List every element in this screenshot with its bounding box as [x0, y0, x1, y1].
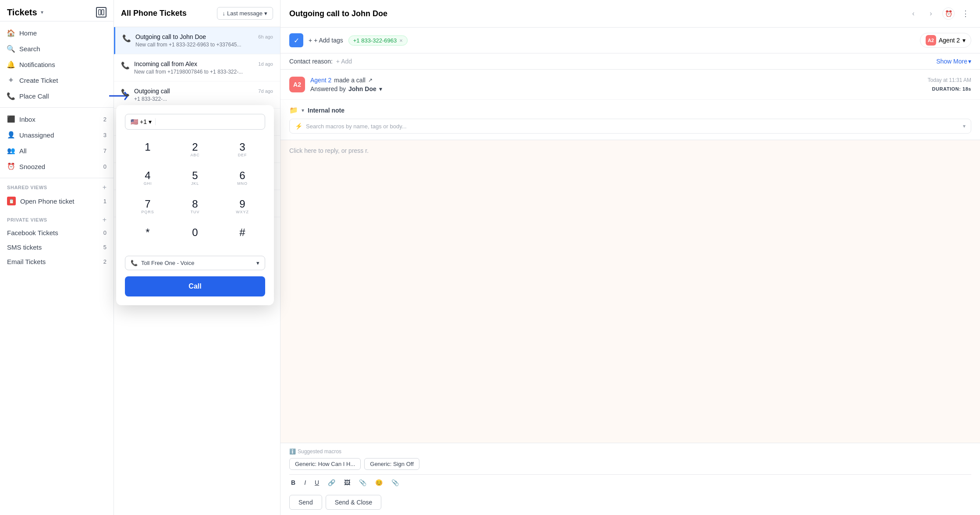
italic-button[interactable]: I	[302, 478, 308, 487]
dial-key-6[interactable]: 6MNO	[220, 165, 265, 192]
sidebar-item-notifications-label: Notifications	[19, 61, 55, 68]
private-views-add-button[interactable]: +	[103, 216, 107, 224]
ticket-item-1[interactable]: 📞 Outgoing call to John Doe New call fro…	[114, 27, 280, 54]
sidebar-counts: ⬛ Inbox 2 👤 Unassigned 3 👥 All 7 ⏰ Snooz…	[0, 108, 114, 178]
ticket-item-sub-1: New call from +1 833-322-6963 to +337645…	[135, 42, 254, 48]
bell-icon: 🔔	[7, 60, 15, 68]
snooze-button[interactable]: ⏰	[942, 7, 955, 20]
send-close-button[interactable]: Send & Close	[326, 495, 382, 510]
show-more-label: Show More	[936, 58, 967, 65]
agent-avatar: A2	[926, 35, 936, 46]
note-chevron-icon[interactable]: ▾	[302, 107, 304, 113]
answered-chevron-icon[interactable]: ▾	[379, 85, 382, 92]
answered-by-name[interactable]: John Doe	[348, 85, 376, 92]
call-agent-name[interactable]: Agent 2	[310, 77, 331, 84]
sort-label: Last message	[227, 10, 263, 17]
layout-toggle-button[interactable]	[96, 7, 107, 18]
flag-icon: 🇺🇸	[131, 118, 138, 125]
sidebar-item-home[interactable]: 🏠 Home	[0, 25, 114, 41]
sms-count: 5	[103, 244, 107, 250]
sidebar-title-arrow-icon[interactable]: ▾	[41, 9, 43, 15]
attachment-button[interactable]: 📎	[390, 478, 401, 487]
prev-ticket-button[interactable]: ‹	[907, 7, 920, 20]
sidebar-item-create-ticket[interactable]: + Create Ticket	[0, 72, 114, 88]
dial-letters-9: WXYZ	[236, 210, 249, 215]
dial-key-5[interactable]: 5JKL	[172, 165, 218, 192]
sidebar-item-sms[interactable]: SMS tickets 5	[7, 240, 107, 254]
macro-chip-1[interactable]: Generic: How Can I H...	[289, 458, 361, 470]
tag-remove-icon[interactable]: ×	[399, 37, 403, 44]
show-more-button[interactable]: Show More ▾	[936, 58, 971, 65]
phone-number-input[interactable]	[159, 118, 259, 126]
suggested-macros-section: ℹ️ Suggested macros Generic: How Can I H…	[289, 448, 971, 470]
open-phone-icon: 📋	[7, 197, 16, 205]
home-icon: 🏠	[7, 29, 15, 37]
phone-ticket-icon: 📞	[122, 34, 131, 42]
send-button[interactable]: Send	[289, 495, 322, 510]
image-button[interactable]: 🖼	[342, 478, 352, 487]
sidebar-item-inbox[interactable]: ⬛ Inbox 2	[0, 111, 114, 127]
sidebar-item-snoozed[interactable]: ⏰ Snoozed 0	[0, 159, 114, 174]
sort-icon: ↓	[223, 10, 226, 17]
sidebar-item-search[interactable]: 🔍 Search	[0, 41, 114, 56]
sidebar-item-notifications[interactable]: 🔔 Notifications	[0, 56, 114, 72]
more-options-button[interactable]: ⋮	[960, 7, 971, 20]
main-header: Outgoing call to John Doe ‹ › ⏰ ⋮	[281, 0, 980, 28]
sidebar-item-place-call[interactable]: 📞 Place Call	[0, 88, 114, 104]
underline-button[interactable]: U	[313, 478, 321, 487]
phone-line-selector[interactable]: 📞 Toll Free One - Voice ▾	[125, 256, 265, 270]
dial-key-0[interactable]: 0	[172, 222, 218, 249]
unassigned-icon: 👤	[7, 131, 15, 139]
sort-button[interactable]: ↓ Last message ▾	[217, 7, 273, 20]
ticket-item-3[interactable]: 📞 Outgoing call +1 833-322-... 7d ago	[114, 81, 280, 109]
sidebar-item-email[interactable]: Email Tickets 2	[7, 254, 107, 269]
phone-tag-chip[interactable]: +1 833-322-6963 ×	[348, 35, 408, 46]
video-button[interactable]: 📎	[357, 478, 368, 487]
sidebar-item-all[interactable]: 👥 All 7	[0, 143, 114, 159]
agent-selector[interactable]: A2 Agent 2 ▾	[920, 33, 971, 48]
main-ticket-title: Outgoing call to John Doe	[289, 9, 902, 18]
dial-key-1[interactable]: 1	[125, 137, 170, 163]
dial-key-3[interactable]: 3DEF	[220, 137, 265, 163]
search-icon: 🔍	[7, 45, 15, 53]
add-tags-button[interactable]: + + Add tags	[309, 37, 343, 44]
shared-views-add-button[interactable]: +	[103, 183, 107, 191]
sidebar-item-facebook[interactable]: Facebook Tickets 0	[7, 226, 107, 240]
suggested-macros-label: ℹ️ Suggested macros	[289, 448, 971, 455]
ticket-item-content-2: Incoming call from Alex New call from +1…	[134, 60, 254, 75]
dial-key-9[interactable]: 9WXYZ	[220, 194, 265, 220]
sidebar-item-unassigned[interactable]: 👤 Unassigned 3	[0, 127, 114, 143]
sidebar-item-open-phone[interactable]: 📋 Open Phone ticket 1	[7, 193, 107, 209]
sidebar-item-create-ticket-label: Create Ticket	[19, 77, 58, 84]
bold-button[interactable]: B	[289, 478, 297, 487]
dial-key-star[interactable]: *	[125, 222, 170, 249]
unassigned-count: 3	[103, 132, 107, 138]
macro-chip-2[interactable]: Generic: Sign Off	[364, 458, 419, 470]
macro-search-bar[interactable]: ⚡ Search macros by name, tags or body...…	[289, 119, 971, 134]
dial-key-7[interactable]: 7PQRS	[125, 194, 170, 220]
dial-key-8[interactable]: 8TUV	[172, 194, 218, 220]
next-ticket-button[interactable]: ›	[925, 7, 937, 20]
dial-letters-2: ABC	[190, 153, 199, 158]
sidebar-item-unassigned-label: Unassigned	[19, 131, 54, 139]
open-phone-label: Open Phone ticket	[20, 198, 74, 205]
ticket-item-2[interactable]: 📞 Incoming call from Alex New call from …	[114, 54, 280, 81]
sms-tickets-label: SMS tickets	[7, 243, 42, 251]
dial-key-4[interactable]: 4GHI	[125, 165, 170, 192]
dial-key-hash[interactable]: #	[220, 222, 265, 249]
dial-num-0: 0	[192, 227, 198, 238]
ticket-item-content-1: Outgoing call to John Doe New call from …	[135, 33, 254, 48]
emoji-button[interactable]: 😊	[373, 478, 384, 487]
ticket-item-title-2: Incoming call from Alex	[134, 60, 254, 67]
call-button[interactable]: Call	[125, 276, 265, 296]
email-tickets-label: Email Tickets	[7, 258, 46, 265]
dial-num-6: 6	[239, 170, 245, 181]
contact-reason-add-button[interactable]: + Add	[336, 58, 352, 65]
country-code-selector[interactable]: 🇺🇸 +1 ▾	[131, 118, 156, 125]
dial-key-2[interactable]: 2ABC	[172, 137, 218, 163]
facebook-tickets-label: Facebook Tickets	[7, 229, 58, 236]
agent-name: Agent 2	[939, 37, 960, 44]
link-button[interactable]: 🔗	[326, 478, 337, 487]
reply-area[interactable]: Click here to reply, or press r.	[281, 140, 980, 443]
contact-reason-row: Contact reason: + Add Show More ▾	[281, 53, 980, 70]
